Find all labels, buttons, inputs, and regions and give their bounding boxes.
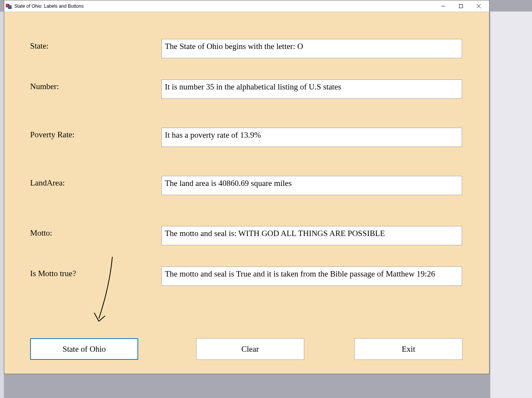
label-motto: Motto: [30, 226, 161, 238]
svg-line-2 [477, 4, 481, 8]
titlebar[interactable]: State of Ohio: Labels and Buttons [4, 0, 489, 12]
minimize-button[interactable] [434, 0, 452, 12]
text-mottotrue: The motto and seal is True and it is tak… [161, 266, 462, 286]
window-controls [434, 0, 488, 12]
clear-button[interactable]: Clear [196, 338, 304, 360]
text-poverty: It has a poverty rate of 13.9% [161, 128, 462, 147]
button-row: State of Ohio Clear Exit [30, 338, 462, 360]
svg-rect-1 [459, 4, 463, 8]
ide-left-gutter [0, 12, 4, 398]
exit-button[interactable]: Exit [354, 338, 463, 360]
text-state: The State of Ohio begins with the letter… [161, 39, 462, 58]
close-button[interactable] [470, 0, 488, 12]
annotation-arrow-icon [91, 255, 118, 326]
maximize-icon [459, 4, 463, 8]
text-landarea: The land area is 40860.69 square miles [161, 176, 462, 195]
svg-line-3 [477, 4, 481, 8]
ide-right-panel [490, 12, 532, 398]
maximize-button[interactable] [452, 0, 470, 12]
row-state: State: The State of Ohio begins with the… [30, 39, 462, 58]
close-icon [477, 4, 481, 8]
row-poverty: Poverty Rate: It has a poverty rate of 1… [30, 128, 462, 147]
label-poverty: Poverty Rate: [30, 128, 161, 140]
winforms-window: State of Ohio: Labels and Buttons State:… [4, 0, 490, 374]
label-mottotrue: Is Motto true? [30, 266, 161, 278]
state-of-ohio-button[interactable]: State of Ohio [30, 338, 138, 360]
window-title: State of Ohio: Labels and Buttons [14, 3, 434, 9]
text-motto: The motto and seal is: WITH GOD ALL THIN… [161, 226, 462, 245]
text-number: It is number 35 in the alphabetical list… [161, 79, 462, 99]
row-mottotrue: Is Motto true? The motto and seal is Tru… [30, 266, 462, 286]
label-state: State: [30, 39, 161, 51]
row-number: Number: It is number 35 in the alphabeti… [30, 79, 462, 99]
row-landarea: LandArea: The land area is 40860.69 squa… [30, 176, 462, 195]
label-number: Number: [30, 79, 161, 91]
row-motto: Motto: The motto and seal is: WITH GOD A… [30, 226, 462, 245]
form-body: State: The State of Ohio begins with the… [4, 12, 489, 374]
minimize-icon [441, 4, 445, 8]
label-landarea: LandArea: [30, 176, 161, 188]
form-icon [6, 3, 12, 9]
